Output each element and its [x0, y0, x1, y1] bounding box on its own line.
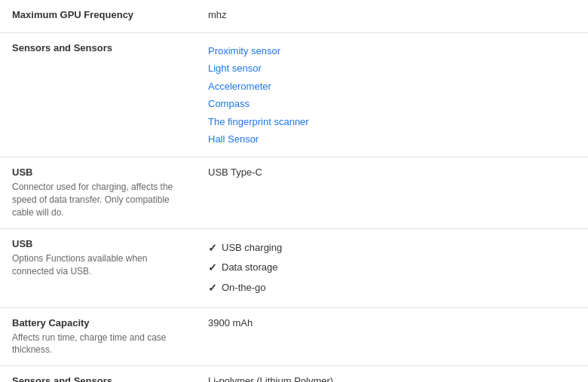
row-label-cell: USBConnector used for charging, affects … [0, 157, 196, 228]
row-label-cell: Maximum GPU Frequency [0, 0, 196, 33]
sensor-link[interactable]: The fingerprint scanner [208, 113, 576, 130]
sensor-link[interactable]: Compass [208, 95, 576, 112]
row-label: USB [12, 167, 184, 178]
usb-option-item: ✓Data storage [208, 258, 576, 278]
table-row: USBConnector used for charging, affects … [0, 157, 588, 228]
checkmark-icon: ✓ [208, 278, 217, 298]
sensor-link[interactable]: Hall Sensor [208, 130, 576, 148]
row-description: Options Functions available when connect… [12, 252, 184, 278]
row-label: USB [12, 238, 184, 249]
checkmark-icon: ✓ [208, 238, 217, 258]
row-label: Maximum GPU Frequency [12, 9, 184, 20]
row-label-cell: Sensors and Sensors [0, 366, 196, 382]
row-label: Battery Capacity [12, 317, 184, 329]
row-value-cell: 3900 mAh [196, 307, 588, 366]
row-value-cell: mhz [196, 0, 588, 33]
table-row: Maximum GPU Frequencymhz [0, 0, 588, 33]
usb-option-label: USB charging [222, 239, 282, 258]
row-description: Affects run time, charge time and case t… [12, 332, 184, 357]
usb-option-label: Data storage [222, 258, 277, 277]
row-label: Sensors and Sensors [12, 375, 184, 382]
row-value: Li-polymer (Lithium Polymer) [208, 375, 576, 382]
row-label-cell: USBOptions Functions available when conn… [0, 228, 196, 307]
row-label: Sensors and Sensors [12, 42, 184, 53]
row-value: USB Type-C [208, 167, 576, 178]
row-description: Connector used for charging, affects the… [12, 181, 184, 219]
row-value: mhz [208, 9, 576, 20]
usb-option-item: ✓On-the-go [208, 278, 576, 298]
row-value-cell: Proximity sensorLight sensorAcceleromete… [196, 33, 588, 157]
checkmark-icon: ✓ [208, 258, 217, 278]
specs-table: Maximum GPU FrequencymhzSensors and Sens… [0, 0, 588, 382]
table-row: USBOptions Functions available when conn… [0, 228, 588, 307]
row-value-cell: USB Type-C [196, 157, 588, 228]
sensor-link[interactable]: Accelerometer [208, 78, 576, 95]
sensor-link[interactable]: Proximity sensor [208, 42, 576, 60]
row-value-cell: ✓USB charging✓Data storage✓On-the-go [196, 228, 588, 307]
row-value: 3900 mAh [208, 317, 576, 329]
sensor-link[interactable]: Light sensor [208, 60, 576, 77]
usb-option-item: ✓USB charging [208, 238, 576, 258]
row-value-cell: Li-polymer (Lithium Polymer) [196, 366, 588, 382]
row-label-cell: Battery CapacityAffects run time, charge… [0, 307, 196, 366]
row-label-cell: Sensors and Sensors [0, 33, 196, 157]
usb-option-label: On-the-go [222, 279, 266, 298]
table-row: Battery CapacityAffects run time, charge… [0, 307, 588, 366]
table-row: Sensors and SensorsLi-polymer (Lithium P… [0, 366, 588, 382]
table-row: Sensors and SensorsProximity sensorLight… [0, 33, 588, 157]
